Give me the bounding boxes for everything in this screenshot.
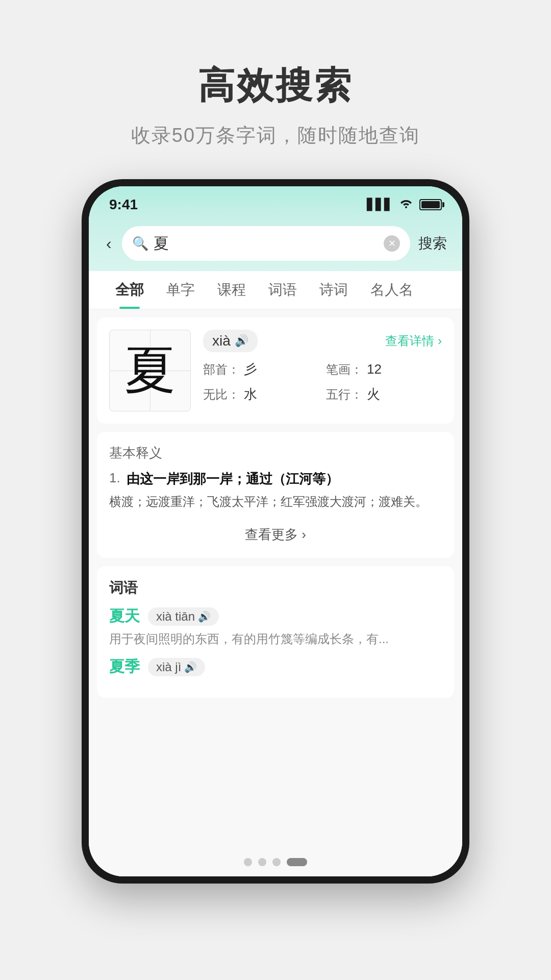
- word-header-1: 夏天 xià tiān 🔊: [109, 606, 442, 627]
- page-title: 高效搜索: [131, 61, 420, 110]
- prop-strokes-value: 12: [367, 361, 382, 377]
- search-button[interactable]: 搜索: [418, 234, 447, 253]
- character-properties: 部首： 彡 笔画： 12 无比： 水 五行： 火: [203, 360, 442, 403]
- word-char-1: 夏天: [109, 606, 140, 627]
- character-display: 夏: [109, 330, 191, 411]
- tab-words[interactable]: 词语: [257, 271, 308, 309]
- tab-famous-quotes[interactable]: 名人名: [359, 271, 424, 309]
- tab-poetry[interactable]: 诗词: [308, 271, 359, 309]
- words-section: 词语 夏天 xià tiān 🔊 用于夜间照明的东西，有的用竹篾等编成长条，有.…: [97, 566, 454, 698]
- prop-wubi-label: 无比：: [203, 386, 240, 403]
- search-query: 夏: [154, 233, 379, 254]
- prop-wubi: 无比： 水: [203, 385, 319, 403]
- prop-radical-label: 部首：: [203, 361, 240, 378]
- phone-screen: 9:41 ▋▋▋ ‹ 🔍 夏 ✕: [89, 186, 462, 876]
- definition-item-1: 1. 由这一岸到那一岸；通过（江河等） 横渡；远渡重洋；飞渡太平洋；红军强渡大渡…: [109, 470, 442, 511]
- character-card: 夏 xià 🔊 查看详情 › 部首：: [97, 317, 454, 424]
- dot-1: [244, 858, 252, 866]
- prop-radical: 部首： 彡: [203, 360, 319, 378]
- status-bar: 9:41 ▋▋▋: [89, 186, 462, 218]
- word-sound-icon-1[interactable]: 🔊: [198, 610, 211, 623]
- tab-courses[interactable]: 课程: [206, 271, 257, 309]
- prop-strokes: 笔画： 12: [326, 360, 442, 378]
- word-pinyin-1: xià tiān: [156, 609, 195, 624]
- page-header: 高效搜索 收录50万条字词，随时随地查询: [131, 0, 420, 149]
- see-more-text: 查看更多 ›: [245, 526, 306, 544]
- pinyin-text: xià: [212, 333, 231, 349]
- search-input-wrap[interactable]: 🔍 夏 ✕: [122, 226, 410, 261]
- search-area: ‹ 🔍 夏 ✕ 搜索: [89, 218, 462, 271]
- pinyin-badge: xià 🔊: [203, 330, 258, 352]
- word-item-2[interactable]: 夏季 xià jì 🔊: [109, 656, 442, 677]
- phone-mockup: 9:41 ▋▋▋ ‹ 🔍 夏 ✕: [82, 179, 469, 884]
- def-number: 1.: [109, 470, 120, 488]
- signal-icon: ▋▋▋: [367, 198, 393, 211]
- sound-icon[interactable]: 🔊: [235, 334, 248, 348]
- word-pinyin-badge-1: xià tiān 🔊: [148, 607, 219, 626]
- word-desc-1: 用于夜间照明的东西，有的用竹篾等编成长条，有...: [109, 630, 442, 648]
- prop-strokes-label: 笔画：: [326, 361, 363, 378]
- definitions-title: 基本释义: [109, 444, 442, 462]
- def-heading: 由这一岸到那一岸；通过（江河等）: [127, 470, 339, 488]
- prop-wuxing-value: 火: [367, 385, 380, 403]
- prop-wubi-value: 水: [244, 385, 257, 403]
- detail-link[interactable]: 查看详情 ›: [385, 333, 442, 349]
- pagination-area: [89, 850, 462, 876]
- word-pinyin-badge-2: xià jì 🔊: [148, 658, 205, 676]
- character-glyph: 夏: [124, 336, 176, 405]
- word-pinyin-2: xià jì: [156, 660, 181, 674]
- def-detail: 横渡；远渡重洋；飞渡太平洋；红军强渡大渡河；渡难关。: [109, 492, 442, 511]
- prop-radical-value: 彡: [244, 360, 257, 378]
- tab-all[interactable]: 全部: [104, 271, 155, 309]
- see-more-button[interactable]: 查看更多 ›: [109, 518, 442, 546]
- definitions-section: 基本释义 1. 由这一岸到那一岸；通过（江河等） 横渡；远渡重洋；飞渡太平洋；红…: [97, 432, 454, 558]
- status-time: 9:41: [109, 197, 138, 213]
- dot-3: [272, 858, 281, 866]
- dot-4-active: [287, 858, 307, 866]
- prop-wuxing-label: 五行：: [326, 386, 363, 403]
- character-info: xià 🔊 查看详情 › 部首： 彡 笔画：: [203, 330, 442, 403]
- words-title: 词语: [109, 578, 442, 598]
- wifi-icon: [399, 198, 413, 212]
- battery-icon: [419, 199, 442, 210]
- clear-button[interactable]: ✕: [384, 235, 400, 252]
- word-header-2: 夏季 xià jì 🔊: [109, 656, 442, 677]
- back-button[interactable]: ‹: [104, 232, 114, 255]
- content-area: 夏 xià 🔊 查看详情 › 部首：: [89, 309, 462, 850]
- word-sound-icon-2[interactable]: 🔊: [184, 661, 197, 673]
- pinyin-row: xià 🔊 查看详情 ›: [203, 330, 442, 352]
- status-icons: ▋▋▋: [367, 198, 442, 212]
- dot-2: [258, 858, 266, 866]
- page-subtitle: 收录50万条字词，随时随地查询: [131, 122, 420, 149]
- tabs-bar: 全部 单字 课程 词语 诗词 名人名: [89, 271, 462, 309]
- tab-single-char[interactable]: 单字: [155, 271, 206, 309]
- definition-main: 1. 由这一岸到那一岸；通过（江河等）: [109, 470, 442, 488]
- prop-wuxing: 五行： 火: [326, 385, 442, 403]
- word-char-2: 夏季: [109, 656, 140, 677]
- detail-link-text: 查看详情 ›: [385, 333, 442, 349]
- search-icon: 🔍: [132, 236, 148, 252]
- word-item-1[interactable]: 夏天 xià tiān 🔊 用于夜间照明的东西，有的用竹篾等编成长条，有...: [109, 606, 442, 648]
